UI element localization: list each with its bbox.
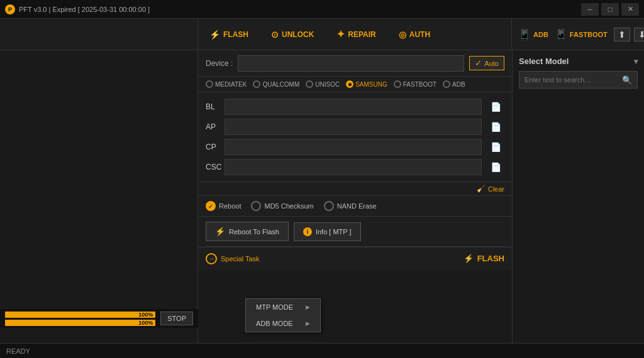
right-toolbar-extra: ⬆ ⬇ — [614, 28, 644, 41]
info-icon: i — [303, 227, 312, 236]
ap-input[interactable] — [225, 119, 482, 135]
search-box: 🔍 — [519, 71, 638, 89]
fastboot-button[interactable]: 📱 FASTBOOT — [555, 28, 608, 40]
repair-icon: ✦ — [336, 28, 345, 40]
stop-button[interactable]: STOP — [160, 312, 193, 325]
right-panel-content: Select Model ▾ 🔍 — [513, 50, 644, 343]
md5-check-icon — [251, 201, 261, 211]
upload-button[interactable]: ⬆ — [614, 28, 630, 41]
auth-tab[interactable]: ◎ AUTH — [394, 27, 435, 42]
special-task-row: → Special Task ⚡ FLASH — [198, 247, 512, 269]
progress-area: 100% 100% STOP — [0, 309, 198, 328]
app-icon: P — [5, 4, 15, 14]
close-button[interactable]: ✕ — [621, 3, 639, 16]
bl-file-button[interactable]: 📄 — [487, 99, 504, 115]
radio-adb[interactable]: ADB — [443, 80, 465, 88]
reboot-checkbox[interactable]: ✓ Reboot — [206, 201, 241, 211]
right-panel: Select Model ▾ 🔍 — [512, 50, 644, 343]
flash-icon: ⚡ — [209, 30, 220, 40]
title-bar-text: PFT v3.0 | Expired [ 2025-03-31 00:00:00… — [19, 6, 150, 13]
context-menu-mtp[interactable]: MTP MODE ▶ — [246, 299, 320, 315]
radio-circle-qualcomm — [253, 80, 260, 88]
file-inputs: BL 📄 AP 📄 CP 📄 CSC 📄 — [198, 92, 512, 182]
radio-circle-adb — [443, 80, 450, 88]
center-toolbar: ⚡ FLASH ⊙ UNLOCK ✦ REPAIR ◎ AUTH — [198, 19, 512, 50]
reboot-check-icon: ✓ — [206, 201, 216, 211]
unlock-icon: ⊙ — [271, 30, 279, 40]
bl-row: BL 📄 — [206, 99, 504, 115]
radio-row: MEDIATEK QUALCOMM UNISOC SAMSUNG FASTBOO… — [198, 77, 512, 92]
progress-bar-2: 100% — [5, 320, 155, 326]
right-toolbar: 📱 ADB 📱 FASTBOOT ⬆ ⬇ — [512, 19, 644, 50]
device-row: Device : ✓ Auto — [198, 50, 512, 77]
radio-qualcomm[interactable]: QUALCOMM — [253, 80, 299, 88]
special-task-button[interactable]: → Special Task — [206, 253, 260, 264]
md5-checkbox[interactable]: MD5 Checksum — [251, 201, 313, 211]
status-text: READY — [6, 347, 30, 355]
select-model-header: Select Model ▾ — [519, 57, 638, 66]
adb-arrow-icon: ▶ — [306, 320, 310, 327]
csc-input[interactable] — [225, 159, 482, 175]
title-bar-left: P PFT v3.0 | Expired [ 2025-03-31 00:00:… — [5, 4, 150, 14]
info-mtp-button[interactable]: i Info [ MTP ] — [294, 222, 361, 241]
csc-file-button[interactable]: 📄 — [487, 159, 504, 175]
ap-label: AP — [206, 122, 219, 131]
auto-check-icon: ✓ — [475, 58, 482, 68]
left-panel: 100% 100% STOP — [0, 50, 198, 343]
cp-row: CP 📄 — [206, 139, 504, 155]
nand-checkbox[interactable]: NAND Erase — [324, 201, 377, 211]
auto-button[interactable]: ✓ Auto — [469, 56, 504, 70]
context-menu: MTP MODE ▶ ADB MODE ▶ — [245, 298, 321, 332]
progress-bar-fill-1 — [5, 312, 155, 318]
ap-file-button[interactable]: 📄 — [487, 119, 504, 135]
options-row: ✓ Reboot MD5 Checksum NAND Erase — [198, 196, 512, 217]
ap-row: AP 📄 — [206, 119, 504, 135]
maximize-button[interactable]: □ — [601, 3, 619, 16]
device-select[interactable] — [238, 55, 464, 72]
reboot-to-flash-button[interactable]: ⚡ Reboot To Flash — [206, 222, 289, 241]
action-row: ⚡ Reboot To Flash i Info [ MTP ] — [198, 217, 512, 246]
cp-input[interactable] — [225, 139, 482, 155]
dropdown-icon: ▾ — [634, 57, 638, 66]
minimize-button[interactable]: ─ — [581, 3, 599, 16]
csc-label: CSC — [206, 163, 219, 171]
repair-tab[interactable]: ✦ REPAIR — [331, 26, 380, 43]
bl-input[interactable] — [225, 99, 482, 115]
radio-mediatek[interactable]: MEDIATEK — [206, 80, 247, 88]
unlock-tab[interactable]: ⊙ UNLOCK — [266, 27, 319, 42]
flash-bolt-icon: ⚡ — [464, 254, 474, 263]
auth-icon: ◎ — [399, 30, 406, 40]
mtp-arrow-icon: ▶ — [306, 304, 310, 310]
flash-button[interactable]: ⚡ FLASH — [464, 254, 504, 263]
adb-icon: 📱 — [518, 28, 531, 40]
radio-unisoc[interactable]: UNISOC — [306, 80, 340, 88]
device-label: Device : — [206, 59, 233, 68]
bl-label: BL — [206, 102, 219, 111]
download-button[interactable]: ⬇ — [634, 28, 644, 41]
progress-bars: 100% 100% — [5, 312, 155, 326]
reboot-flash-icon: ⚡ — [215, 227, 225, 236]
cp-label: CP — [206, 143, 219, 151]
context-menu-adb[interactable]: ADB MODE ▶ — [246, 315, 320, 332]
radio-circle-mediatek — [206, 80, 213, 88]
progress-bar-fill-2 — [5, 320, 155, 326]
clear-button[interactable]: 🧹 Clear — [477, 185, 504, 193]
flash-tab[interactable]: ⚡ FLASH — [204, 27, 253, 42]
left-panel-main — [0, 50, 197, 343]
radio-circle-samsung — [346, 80, 353, 88]
search-input[interactable] — [525, 76, 622, 84]
special-task-icon: → — [206, 253, 217, 264]
radio-samsung[interactable]: SAMSUNG — [346, 80, 387, 88]
title-bar: P PFT v3.0 | Expired [ 2025-03-31 00:00:… — [0, 0, 644, 19]
radio-fastboot[interactable]: FASTBOOT — [394, 80, 436, 88]
left-toolbar — [0, 19, 198, 50]
radio-circle-fastboot — [394, 80, 401, 88]
fastboot-icon: 📱 — [555, 28, 567, 40]
status-bar: READY — [0, 343, 644, 358]
clear-row: 🧹 Clear — [198, 182, 512, 196]
csc-row: CSC 📄 — [206, 159, 504, 175]
cp-file-button[interactable]: 📄 — [487, 139, 504, 155]
adb-button[interactable]: 📱 ADB — [518, 28, 548, 40]
search-icon: 🔍 — [622, 75, 632, 85]
center-panel: Device : ✓ Auto MEDIATEK QUALCOMM UNISOC — [198, 50, 512, 343]
